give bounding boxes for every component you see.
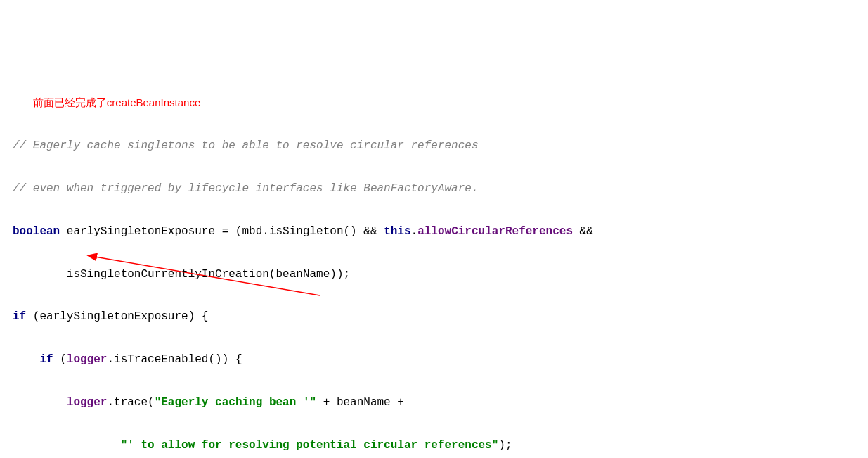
code-line-continuation: isSingletonCurrentlyInCreation(beanName)… bbox=[13, 264, 855, 285]
annotation-text: 前面已经完成了createBeanInstance bbox=[33, 96, 200, 108]
code-line-boolean: boolean earlySingletonExposure = (mbd.is… bbox=[13, 221, 855, 242]
code-comment-1: // Eagerly cache singletons to be able t… bbox=[13, 135, 855, 156]
code-line-trace2: "' to allow for resolving potential circ… bbox=[13, 435, 855, 456]
annotation-top: 前面已经完成了createBeanInstance bbox=[13, 93, 855, 114]
code-comment-2: // even when triggered by lifecycle inte… bbox=[13, 178, 855, 199]
code-line-if-logger: if (logger.isTraceEnabled()) { bbox=[13, 349, 855, 370]
code-line-trace: logger.trace("Eagerly caching bean '" + … bbox=[13, 392, 855, 413]
code-line-if-ese: if (earlySingletonExposure) { bbox=[13, 306, 855, 327]
